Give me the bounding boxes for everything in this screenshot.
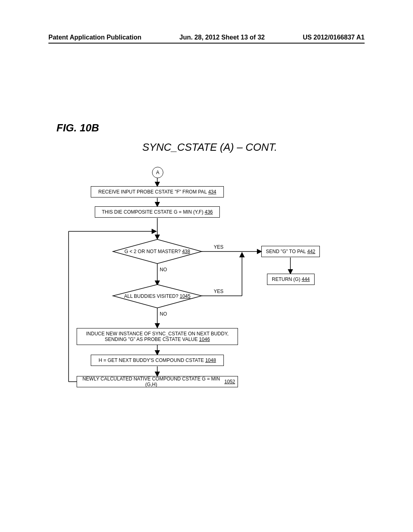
step-1052: NEWLY CALCULATED NATIVE COMPOUND CSTATE … xyxy=(77,376,238,387)
decision-1045: ALL BUDDIES VISITED? 1045 xyxy=(113,285,202,308)
page-header: Patent Application Publication Jun. 28, … xyxy=(0,34,413,44)
step-1048: H = GET NEXT BUDDY'S COMPOUND CSTATE 104… xyxy=(91,355,224,366)
step-436-text: THIS DIE COMPOSITE CSTATE G = MIN (Y,F) xyxy=(102,209,203,215)
decision-438: G < 2 OR NOT MASTER? 438 xyxy=(113,239,202,264)
step-1048-ref: 1048 xyxy=(205,357,216,363)
header-rule xyxy=(48,43,365,44)
step-1052-ref: 1052 xyxy=(224,379,235,384)
step-1046-ref: 1046 xyxy=(199,337,210,342)
label-yes-1045: YES xyxy=(214,289,223,294)
step-442: SEND "G" TO PAL 442 xyxy=(261,246,320,257)
step-444: RETURN (G) 444 xyxy=(267,274,315,285)
figure-label: FIG. 10B xyxy=(56,122,99,134)
step-436-ref: 436 xyxy=(205,209,213,215)
decision-1045-ref: 1045 xyxy=(179,293,190,299)
label-no-1045: NO xyxy=(160,311,167,317)
step-442-text: SEND "G" TO PAL xyxy=(266,249,306,254)
label-yes-438: YES xyxy=(214,244,223,250)
step-1046: INDUCE NEW INSTANCE OF SYNC_CSTATE ON NE… xyxy=(77,328,238,345)
label-no-438: NO xyxy=(160,267,167,272)
flowchart: A RECEIVE INPUT PROBE CSTATE "F" FROM PA… xyxy=(0,167,413,425)
header-mid: Jun. 28, 2012 Sheet 13 of 32 xyxy=(179,34,265,41)
header-left: Patent Application Publication xyxy=(48,34,142,41)
decision-438-ref: 438 xyxy=(182,249,190,254)
step-436: THIS DIE COMPOSITE CSTATE G = MIN (Y,F) … xyxy=(95,206,220,218)
step-434-ref: 434 xyxy=(208,189,216,195)
header-right: US 2012/0166837 A1 xyxy=(303,34,365,41)
connector-a: A xyxy=(152,167,163,178)
step-444-text: RETURN (G) xyxy=(272,276,300,282)
decision-1045-text: ALL BUDDIES VISITED? xyxy=(124,293,178,299)
figure-subtitle: SYNC_CSTATE (A) – CONT. xyxy=(137,141,282,154)
step-1048-text: H = GET NEXT BUDDY'S COMPOUND CSTATE xyxy=(98,357,204,363)
decision-438-text: G < 2 OR NOT MASTER? xyxy=(125,249,181,254)
step-1052-text: NEWLY CALCULATED NATIVE COMPOUND CSTATE … xyxy=(79,376,223,387)
step-434: RECEIVE INPUT PROBE CSTATE "F" FROM PAL … xyxy=(91,186,224,197)
step-434-text: RECEIVE INPUT PROBE CSTATE "F" FROM PAL xyxy=(98,189,207,195)
step-444-ref: 444 xyxy=(302,276,310,282)
step-442-ref: 442 xyxy=(307,249,315,254)
